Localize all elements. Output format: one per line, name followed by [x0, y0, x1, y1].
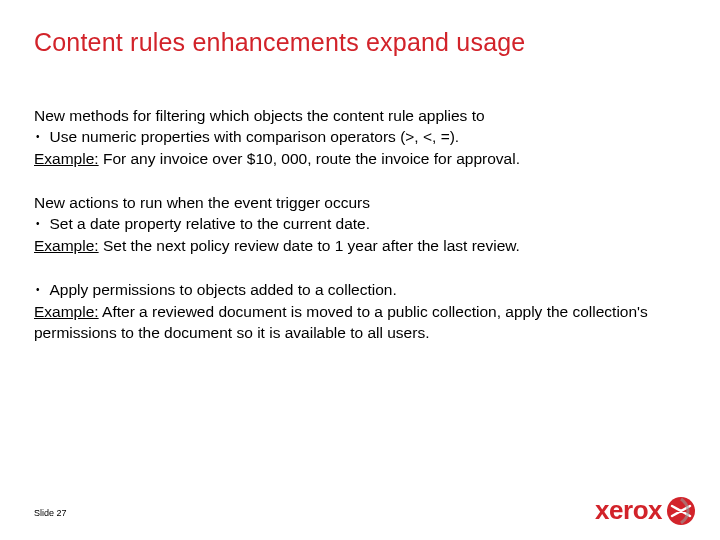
example-line: Example: Set the next policy review date…: [34, 235, 686, 256]
example-text: For any invoice over $10, 000, route the…: [99, 150, 520, 167]
example-text: Set the next policy review date to 1 yea…: [99, 237, 520, 254]
section-heading: New actions to run when the event trigge…: [34, 192, 686, 213]
bullet-dot: •: [34, 126, 50, 148]
example-line: Example: After a reviewed document is mo…: [34, 301, 686, 344]
bullet-item: • Apply permissions to objects added to …: [34, 279, 686, 301]
slide: Content rules enhancements expand usage …: [0, 0, 720, 540]
xerox-logo: xerox: [595, 495, 696, 526]
bullet-dot: •: [34, 279, 50, 301]
bullet-item: • Use numeric properties with comparison…: [34, 126, 686, 148]
section-actions: New actions to run when the event trigge…: [34, 192, 686, 257]
example-label: Example:: [34, 237, 99, 254]
example-label: Example:: [34, 303, 99, 320]
example-text: After a reviewed document is moved to a …: [34, 303, 648, 341]
section-heading: New methods for filtering which objects …: [34, 105, 686, 126]
slide-number: Slide 27: [34, 508, 67, 518]
xerox-ball-icon: [666, 496, 696, 526]
bullet-dot: •: [34, 213, 50, 235]
bullet-text: Use numeric properties with comparison o…: [50, 126, 686, 147]
xerox-logo-text: xerox: [595, 495, 662, 526]
bullet-item: • Set a date property relative to the cu…: [34, 213, 686, 235]
bullet-text: Set a date property relative to the curr…: [50, 213, 686, 234]
slide-title: Content rules enhancements expand usage: [34, 28, 686, 57]
example-label: Example:: [34, 150, 99, 167]
example-line: Example: For any invoice over $10, 000, …: [34, 148, 686, 169]
bullet-text: Apply permissions to objects added to a …: [50, 279, 686, 300]
section-permissions: • Apply permissions to objects added to …: [34, 279, 686, 344]
section-filtering: New methods for filtering which objects …: [34, 105, 686, 170]
